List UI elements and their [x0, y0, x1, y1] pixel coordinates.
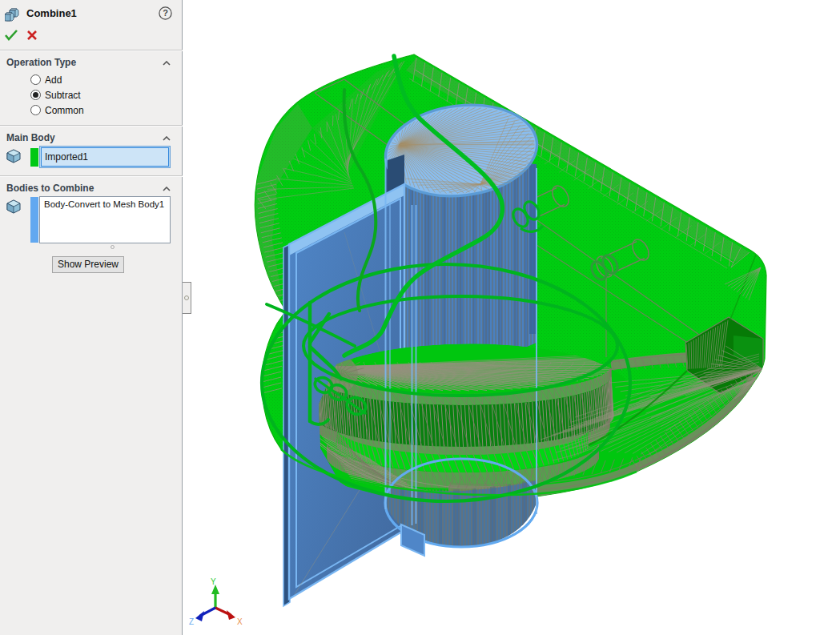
svg-text:Z: Z — [189, 617, 194, 626]
svg-text:Y: Y — [211, 577, 216, 586]
svg-text:X: X — [237, 617, 243, 626]
svg-text:?: ? — [163, 8, 168, 18]
